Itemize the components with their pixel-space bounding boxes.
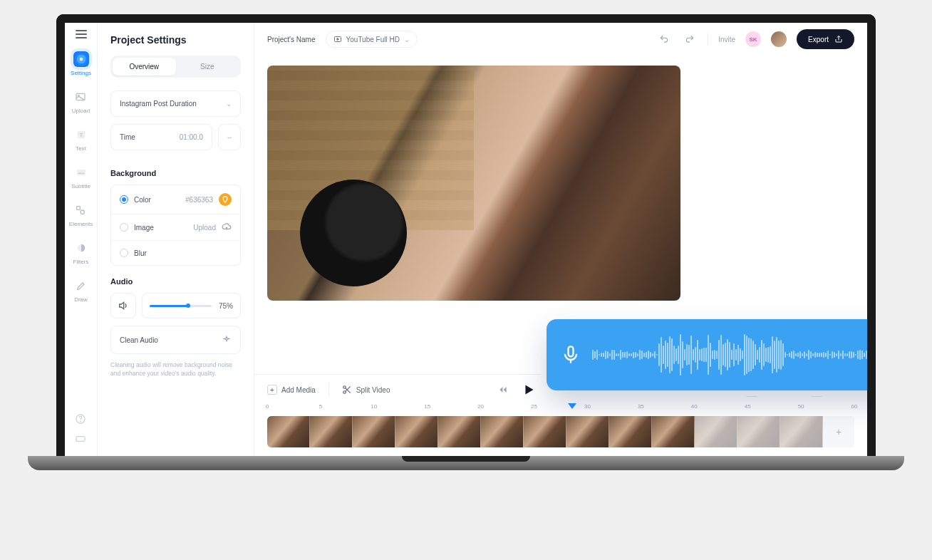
radio-icon [120,249,128,257]
clip[interactable] [267,416,310,447]
duration-preset-select[interactable]: Instagram Post Duration ⌄ [110,90,241,117]
clip[interactable] [652,416,695,447]
svg-rect-15 [569,346,574,356]
rail-item-draw[interactable]: Draw [73,278,89,303]
volume-slider[interactable]: 75% [142,293,241,318]
audio-section-title: Audio [110,277,241,286]
clean-audio-note: Cleaning audio will remove background no… [110,361,241,378]
tab-size[interactable]: Size [176,58,239,76]
svg-text:T: T [79,132,83,138]
rail-item-settings[interactable]: Settings [71,51,91,76]
add-media-label: Add Media [281,386,316,394]
main-area: Project's Name YouTube Full HD ⌄ Invite … [254,23,867,456]
bg-color-value: #636363 [185,196,213,204]
chevron-down-icon: ⌄ [404,36,410,43]
rail-label: Elements [69,221,93,227]
rail-item-filters[interactable]: Filters [73,240,89,265]
bg-option-color[interactable]: Color #636363 [111,185,240,214]
color-swatch-icon[interactable] [219,193,232,206]
clip[interactable] [780,416,823,447]
upload-icon [222,222,232,232]
svg-point-12 [80,421,81,422]
time-field[interactable]: Time 01:00.0 [110,124,212,150]
svg-point-9 [81,210,84,214]
clean-audio-button[interactable]: Clean Audio [110,326,241,354]
time-value: 01:00.0 [180,133,203,141]
rail-label: Settings [71,70,91,76]
rail-item-elements[interactable]: Elements [69,202,93,227]
undo-button[interactable] [656,31,672,47]
project-name[interactable]: Project's Name [267,36,316,43]
add-clip-button[interactable]: + [823,416,854,447]
panel-tabs: Overview Size [110,56,241,78]
duration-preset-label: Instagram Post Duration [120,100,197,108]
rail-label: Subtitle [71,183,90,190]
background-card: Color #636363 Image Upload Blur [110,185,241,266]
playhead-icon[interactable] [568,403,576,409]
share-icon [834,35,843,43]
svg-rect-6 [78,173,82,174]
bg-blur-label: Blur [134,249,147,257]
preset-label: YouTube Full HD [346,36,400,43]
radio-icon [120,195,128,204]
panel-title: Project Settings [110,34,241,46]
video-track[interactable]: + [267,416,854,447]
collaborator-avatar[interactable]: SK [745,31,761,47]
settings-panel: Project Settings Overview Size Instagram… [98,23,254,456]
audio-waveform-overlay [547,319,876,390]
add-media-button[interactable]: +Add Media [267,385,316,395]
bg-option-image[interactable]: Image Upload [111,214,240,241]
clip[interactable] [566,416,609,447]
export-label: Export [808,36,829,43]
clip[interactable] [353,416,395,447]
menu-icon[interactable] [76,30,87,38]
clip[interactable] [609,416,652,447]
clean-audio-label: Clean Audio [120,336,158,344]
tab-overview[interactable]: Overview [113,58,176,76]
video-preview[interactable] [267,66,680,301]
svg-rect-8 [77,207,81,210]
rail-label: Upload [72,108,90,114]
clip[interactable] [395,416,438,447]
rail-label: Filters [73,259,89,265]
output-preset-select[interactable]: YouTube Full HD ⌄ [326,31,418,48]
time-label: Time [120,133,135,141]
waveform [592,333,876,376]
sidebar-rail: Settings Upload T Text Subtitle Elements… [65,23,98,456]
play-button[interactable] [521,382,537,398]
redo-button[interactable] [682,31,698,47]
clip[interactable] [481,416,524,447]
volume-value: 75% [219,302,233,310]
clip[interactable] [438,416,481,447]
clip[interactable] [310,416,353,447]
timeline-ruler[interactable]: 0510152025303540455060 [267,403,854,413]
clip[interactable] [695,416,737,447]
rail-label: Draw [74,296,88,303]
rail-item-upload[interactable]: Upload [72,89,90,114]
microphone-icon [561,345,581,365]
split-label: Split Video [356,386,390,394]
rail-item-text[interactable]: T Text [73,127,89,152]
sparkle-icon [222,335,232,345]
invite-label[interactable]: Invite [718,36,735,43]
user-avatar[interactable] [771,31,787,47]
chevron-down-icon: ⌄ [226,100,232,108]
topbar: Project's Name YouTube Full HD ⌄ Invite … [254,23,867,56]
rail-label: Text [76,145,86,152]
bg-option-blur[interactable]: Blur [111,241,240,265]
background-section-title: Background [110,169,241,177]
clip[interactable] [737,416,780,447]
svg-rect-7 [83,173,84,174]
split-video-button[interactable]: Split Video [342,385,390,395]
bg-image-action[interactable]: Upload [193,224,216,232]
rail-item-subtitle[interactable]: Subtitle [71,165,90,190]
mute-button[interactable] [110,293,136,318]
bg-image-label: Image [134,224,154,232]
time-adjust-button[interactable]: ↔ [218,124,241,150]
rewind-button[interactable] [495,382,511,398]
keyboard-icon[interactable] [75,433,88,446]
export-button[interactable]: Export [797,29,854,49]
help-icon[interactable] [75,413,88,426]
svg-point-0 [80,58,82,61]
clip[interactable] [524,416,566,447]
